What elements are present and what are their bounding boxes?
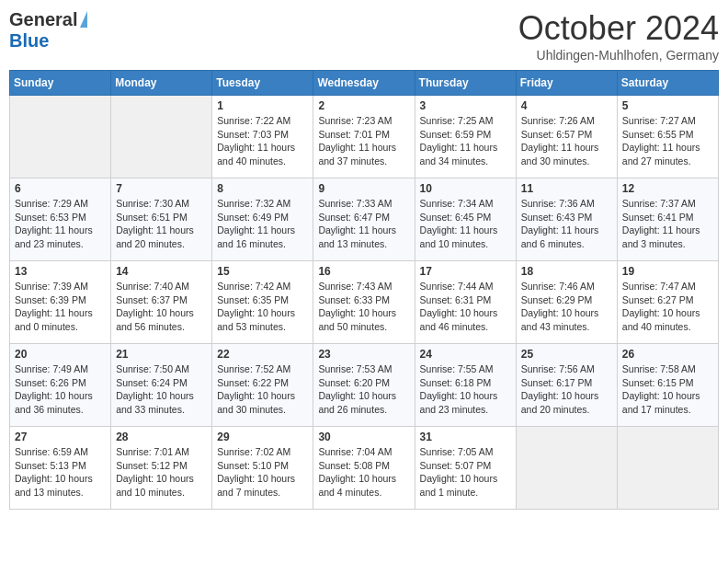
calendar-cell: 10Sunrise: 7:34 AM Sunset: 6:45 PM Dayli… — [415, 178, 516, 261]
day-number: 8 — [217, 182, 308, 195]
calendar-cell: 21Sunrise: 7:50 AM Sunset: 6:24 PM Dayli… — [111, 344, 212, 427]
calendar-cell — [617, 427, 718, 510]
calendar-cell — [10, 96, 111, 178]
day-number: 24 — [420, 348, 511, 361]
calendar-week-row: 13Sunrise: 7:39 AM Sunset: 6:39 PM Dayli… — [10, 261, 719, 344]
day-info: Sunrise: 7:26 AM Sunset: 6:57 PM Dayligh… — [521, 114, 612, 168]
day-number: 17 — [420, 265, 511, 278]
calendar-cell: 27Sunrise: 6:59 AM Sunset: 5:13 PM Dayli… — [10, 427, 111, 510]
calendar-cell: 31Sunrise: 7:05 AM Sunset: 5:07 PM Dayli… — [415, 427, 516, 510]
day-info: Sunrise: 7:27 AM Sunset: 6:55 PM Dayligh… — [622, 114, 713, 168]
day-number: 3 — [420, 99, 511, 112]
day-info: Sunrise: 7:55 AM Sunset: 6:18 PM Dayligh… — [420, 362, 511, 417]
calendar-cell: 9Sunrise: 7:33 AM Sunset: 6:47 PM Daylig… — [313, 178, 415, 261]
day-number: 9 — [318, 182, 409, 195]
day-number: 20 — [15, 348, 106, 361]
calendar-cell: 19Sunrise: 7:47 AM Sunset: 6:27 PM Dayli… — [617, 261, 718, 344]
calendar-cell: 3Sunrise: 7:25 AM Sunset: 6:59 PM Daylig… — [415, 96, 516, 178]
calendar-cell: 22Sunrise: 7:52 AM Sunset: 6:22 PM Dayli… — [212, 344, 313, 427]
calendar-cell: 14Sunrise: 7:40 AM Sunset: 6:37 PM Dayli… — [111, 261, 212, 344]
day-info: Sunrise: 7:32 AM Sunset: 6:49 PM Dayligh… — [217, 197, 308, 251]
calendar-cell: 5Sunrise: 7:27 AM Sunset: 6:55 PM Daylig… — [617, 96, 718, 178]
calendar-week-row: 1Sunrise: 7:22 AM Sunset: 7:03 PM Daylig… — [10, 96, 719, 178]
weekday-header-row: SundayMondayTuesdayWednesdayThursdayFrid… — [10, 71, 719, 96]
calendar-cell: 8Sunrise: 7:32 AM Sunset: 6:49 PM Daylig… — [212, 178, 313, 261]
day-number: 19 — [622, 265, 713, 278]
calendar-cell: 11Sunrise: 7:36 AM Sunset: 6:43 PM Dayli… — [516, 178, 617, 261]
day-info: Sunrise: 7:37 AM Sunset: 6:41 PM Dayligh… — [622, 197, 713, 251]
day-info: Sunrise: 7:53 AM Sunset: 6:20 PM Dayligh… — [318, 362, 409, 417]
calendar-cell: 20Sunrise: 7:49 AM Sunset: 6:26 PM Dayli… — [10, 344, 111, 427]
day-info: Sunrise: 7:25 AM Sunset: 6:59 PM Dayligh… — [420, 114, 511, 168]
day-info: Sunrise: 7:56 AM Sunset: 6:17 PM Dayligh… — [521, 362, 612, 417]
day-info: Sunrise: 7:33 AM Sunset: 6:47 PM Dayligh… — [318, 197, 409, 251]
calendar-cell: 1Sunrise: 7:22 AM Sunset: 7:03 PM Daylig… — [212, 96, 313, 178]
weekday-header-friday: Friday — [516, 71, 617, 96]
day-info: Sunrise: 7:46 AM Sunset: 6:29 PM Dayligh… — [521, 280, 612, 334]
calendar-cell: 6Sunrise: 7:29 AM Sunset: 6:53 PM Daylig… — [10, 178, 111, 261]
calendar-cell: 30Sunrise: 7:04 AM Sunset: 5:08 PM Dayli… — [313, 427, 415, 510]
day-info: Sunrise: 7:50 AM Sunset: 6:24 PM Dayligh… — [116, 362, 207, 417]
day-info: Sunrise: 7:49 AM Sunset: 6:26 PM Dayligh… — [15, 362, 106, 417]
calendar-cell: 28Sunrise: 7:01 AM Sunset: 5:12 PM Dayli… — [111, 427, 212, 510]
location-text: Uhldingen-Muhlhofen, Germany — [518, 48, 719, 63]
day-number: 28 — [116, 431, 207, 443]
day-info: Sunrise: 7:22 AM Sunset: 7:03 PM Dayligh… — [217, 114, 308, 168]
day-info: Sunrise: 7:47 AM Sunset: 6:27 PM Dayligh… — [622, 280, 713, 334]
day-info: Sunrise: 7:04 AM Sunset: 5:08 PM Dayligh… — [318, 445, 409, 500]
calendar-week-row: 20Sunrise: 7:49 AM Sunset: 6:26 PM Dayli… — [10, 344, 719, 427]
day-number: 2 — [318, 99, 409, 112]
weekday-header-sunday: Sunday — [10, 71, 111, 96]
day-number: 6 — [15, 182, 106, 195]
day-info: Sunrise: 7:23 AM Sunset: 7:01 PM Dayligh… — [318, 114, 409, 168]
calendar-table: SundayMondayTuesdayWednesdayThursdayFrid… — [9, 70, 719, 510]
calendar-cell — [111, 96, 212, 178]
calendar-cell — [516, 427, 617, 510]
day-number: 26 — [622, 348, 713, 361]
calendar-cell: 2Sunrise: 7:23 AM Sunset: 7:01 PM Daylig… — [313, 96, 415, 178]
calendar-cell: 17Sunrise: 7:44 AM Sunset: 6:31 PM Dayli… — [415, 261, 516, 344]
day-info: Sunrise: 7:05 AM Sunset: 5:07 PM Dayligh… — [420, 445, 511, 500]
weekday-header-monday: Monday — [111, 71, 212, 96]
logo-blue-text: Blue — [9, 30, 49, 51]
month-title: October 2024 — [518, 9, 719, 48]
calendar-cell: 13Sunrise: 7:39 AM Sunset: 6:39 PM Dayli… — [10, 261, 111, 344]
calendar-cell: 23Sunrise: 7:53 AM Sunset: 6:20 PM Dayli… — [313, 344, 415, 427]
calendar-cell: 16Sunrise: 7:43 AM Sunset: 6:33 PM Dayli… — [313, 261, 415, 344]
day-number: 14 — [116, 265, 207, 278]
day-number: 10 — [420, 182, 511, 195]
day-info: Sunrise: 7:39 AM Sunset: 6:39 PM Dayligh… — [15, 280, 106, 334]
day-number: 11 — [521, 182, 612, 195]
day-number: 18 — [521, 265, 612, 278]
day-info: Sunrise: 7:52 AM Sunset: 6:22 PM Dayligh… — [217, 362, 308, 417]
calendar-week-row: 6Sunrise: 7:29 AM Sunset: 6:53 PM Daylig… — [10, 178, 719, 261]
day-info: Sunrise: 7:34 AM Sunset: 6:45 PM Dayligh… — [420, 197, 511, 251]
logo: General Blue — [9, 9, 87, 52]
day-info: Sunrise: 7:40 AM Sunset: 6:37 PM Dayligh… — [116, 280, 207, 334]
weekday-header-thursday: Thursday — [415, 71, 516, 96]
day-number: 4 — [521, 99, 612, 112]
logo-icon — [80, 11, 87, 28]
calendar-week-row: 27Sunrise: 6:59 AM Sunset: 5:13 PM Dayli… — [10, 427, 719, 510]
day-number: 31 — [420, 431, 511, 443]
day-info: Sunrise: 7:58 AM Sunset: 6:15 PM Dayligh… — [622, 362, 713, 417]
day-number: 29 — [217, 431, 308, 443]
day-info: Sunrise: 7:01 AM Sunset: 5:12 PM Dayligh… — [116, 445, 207, 500]
day-info: Sunrise: 7:44 AM Sunset: 6:31 PM Dayligh… — [420, 280, 511, 334]
day-info: Sunrise: 7:29 AM Sunset: 6:53 PM Dayligh… — [15, 197, 106, 251]
day-number: 13 — [15, 265, 106, 278]
day-info: Sunrise: 7:02 AM Sunset: 5:10 PM Dayligh… — [217, 445, 308, 500]
logo-general-text: General — [9, 9, 77, 30]
day-info: Sunrise: 7:30 AM Sunset: 6:51 PM Dayligh… — [116, 197, 207, 251]
day-number: 23 — [318, 348, 409, 361]
day-number: 21 — [116, 348, 207, 361]
calendar-cell: 29Sunrise: 7:02 AM Sunset: 5:10 PM Dayli… — [212, 427, 313, 510]
calendar-cell: 25Sunrise: 7:56 AM Sunset: 6:17 PM Dayli… — [516, 344, 617, 427]
title-section: October 2024 Uhldingen-Muhlhofen, German… — [518, 9, 719, 63]
calendar-cell: 18Sunrise: 7:46 AM Sunset: 6:29 PM Dayli… — [516, 261, 617, 344]
day-info: Sunrise: 7:42 AM Sunset: 6:35 PM Dayligh… — [217, 280, 308, 334]
day-number: 22 — [217, 348, 308, 361]
weekday-header-tuesday: Tuesday — [212, 71, 313, 96]
calendar-cell: 26Sunrise: 7:58 AM Sunset: 6:15 PM Dayli… — [617, 344, 718, 427]
calendar-cell: 7Sunrise: 7:30 AM Sunset: 6:51 PM Daylig… — [111, 178, 212, 261]
